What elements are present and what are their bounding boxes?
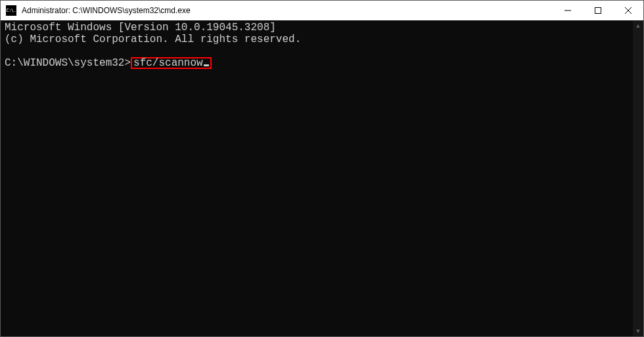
close-icon: [625, 7, 632, 14]
command-text: sfc/scannow: [133, 57, 203, 69]
scroll-down-arrow[interactable]: ▼: [633, 326, 643, 336]
cursor-icon: [204, 64, 209, 66]
console-output[interactable]: Microsoft Windows [Version 10.0.19045.32…: [1, 20, 633, 336]
scrollbar[interactable]: ▲ ▼: [633, 20, 643, 336]
prompt-text: C:\WINDOWS\system32>: [5, 57, 131, 69]
svg-rect-1: [595, 8, 601, 14]
window-controls: [553, 1, 643, 20]
minimize-button[interactable]: [553, 1, 583, 20]
cmd-icon: C:\.: [6, 5, 16, 16]
titlebar[interactable]: C:\. Administrator: C:\WINDOWS\system32\…: [1, 1, 643, 20]
command-highlight: sfc/scannow: [131, 57, 212, 69]
scroll-track[interactable]: [633, 31, 643, 326]
maximize-button[interactable]: [583, 1, 613, 20]
close-button[interactable]: [613, 1, 643, 20]
maximize-icon: [595, 7, 601, 14]
cmd-window: C:\. Administrator: C:\WINDOWS\system32\…: [0, 0, 644, 337]
copyright-line: (c) Microsoft Corporation. All rights re…: [5, 34, 301, 45]
version-line: Microsoft Windows [Version 10.0.19045.32…: [5, 22, 276, 34]
scroll-up-arrow[interactable]: ▲: [633, 20, 643, 31]
window-title: Administrator: C:\WINDOWS\system32\cmd.e…: [22, 6, 191, 15]
minimize-icon: [564, 7, 571, 14]
console-body: Microsoft Windows [Version 10.0.19045.32…: [1, 20, 643, 336]
